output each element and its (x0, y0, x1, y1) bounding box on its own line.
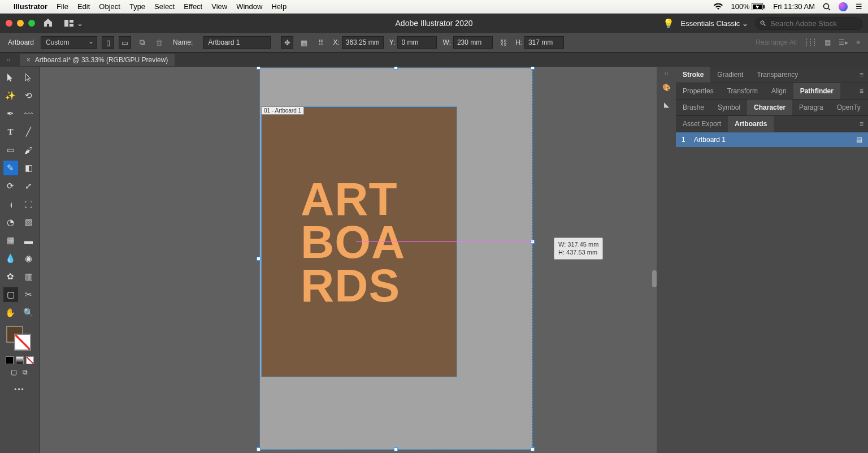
tab-properties[interactable]: Properties (676, 83, 721, 99)
link-wh-button[interactable]: ⛓ (497, 36, 510, 49)
landscape-orientation-button[interactable]: ▭ (119, 36, 131, 49)
siri-icon[interactable] (839, 2, 848, 11)
scale-tool[interactable]: ⤢ (21, 179, 36, 193)
menu-view[interactable]: View (211, 2, 227, 11)
stroke-swatch[interactable] (14, 334, 31, 351)
tab-asset-export[interactable]: Asset Export (676, 116, 728, 132)
screen-mode-full[interactable]: ⧉ (21, 368, 30, 377)
artboard-resize-bounds[interactable] (259, 68, 533, 450)
selection-tool[interactable] (3, 70, 18, 85)
arrange-documents-button[interactable]: ⌄ (61, 18, 86, 29)
close-tab-button[interactable]: × (27, 56, 31, 64)
resize-handle-nw[interactable] (257, 67, 261, 70)
panel-menu-icon[interactable]: ≡ (855, 87, 868, 95)
minimize-window-button[interactable] (17, 20, 24, 27)
resize-handle-s[interactable] (394, 447, 398, 451)
canvas[interactable]: 01 - Artboard 1 ART BOA RDS W: 317.45 mm… (40, 67, 657, 453)
menu-object[interactable]: Object (99, 2, 120, 11)
rearrange-all-button[interactable]: Rearrange All (756, 38, 797, 46)
artboard-options-button[interactable]: ▦ (298, 36, 310, 49)
shape-builder-tool[interactable]: ◔ (3, 215, 18, 230)
menu-window[interactable]: Window (236, 2, 262, 11)
mesh-tool[interactable]: ▦ (3, 233, 18, 248)
line-tool[interactable]: ╱ (21, 124, 36, 139)
clock[interactable]: Fri 11:30 AM (773, 2, 815, 11)
edit-toolbar-button[interactable]: ••• (14, 386, 25, 394)
tab-pathfinder[interactable]: Pathfinder (793, 83, 840, 99)
tab-artboards[interactable]: Artboards (728, 116, 774, 132)
width-tool[interactable]: ⫞ (3, 197, 18, 212)
x-input[interactable]: 363.25 mm (342, 36, 384, 49)
lasso-tool[interactable]: ⟲ (21, 88, 36, 103)
menu-file[interactable]: File (57, 2, 68, 11)
delete-artboard-button[interactable]: 🗑 (153, 36, 165, 49)
workspace-switcher[interactable]: Essentials Classic ⌄ (681, 19, 748, 28)
tab-stroke[interactable]: Stroke (676, 67, 710, 83)
maximize-window-button[interactable] (28, 20, 35, 27)
artboard-options-icon[interactable]: ▤ (856, 136, 862, 144)
tab-gradient[interactable]: Gradient (710, 67, 750, 83)
resize-handle-n[interactable] (394, 67, 398, 70)
reference-point-button[interactable]: ⠿ (315, 36, 327, 49)
app-name[interactable]: Illustrator (14, 2, 47, 11)
menu-edit[interactable]: Effect (184, 2, 202, 11)
h-input[interactable]: 317 mm (524, 36, 564, 49)
color-mode-button[interactable] (6, 356, 14, 364)
wifi-icon[interactable] (714, 3, 723, 10)
vertical-scrollbar[interactable] (652, 270, 657, 287)
notification-center-icon[interactable]: ☰ (856, 2, 862, 11)
menu-help[interactable]: Help (271, 2, 287, 11)
eraser-tool[interactable]: ◧ (21, 161, 36, 175)
zoom-tool[interactable]: 🔍 (21, 305, 36, 320)
type-tool[interactable]: T (3, 124, 18, 139)
tab-character[interactable]: Character (747, 100, 792, 115)
move-artwork-toggle[interactable]: ✥ (281, 36, 293, 49)
column-graph-tool[interactable]: ▥ (21, 269, 36, 284)
portrait-orientation-button[interactable]: ▯ (102, 36, 114, 49)
direct-selection-tool[interactable] (21, 70, 36, 85)
artboard-name-input[interactable]: Artboard 1 (203, 36, 271, 49)
fill-stroke-swatches[interactable] (4, 326, 36, 353)
resize-handle-ne[interactable] (531, 67, 535, 70)
symbol-sprayer-tool[interactable]: ✿ (3, 269, 18, 284)
curvature-tool[interactable]: 〰 (21, 106, 36, 121)
y-input[interactable]: 0 mm (397, 36, 437, 49)
tab-transform[interactable]: Transform (721, 83, 765, 99)
screen-mode-normal[interactable]: ▢ (10, 368, 19, 377)
pen-tool[interactable]: ✒ (3, 106, 18, 121)
gradient-tool[interactable]: ▬ (21, 233, 36, 248)
menu-edit[interactable]: Edit (77, 2, 90, 11)
search-adobe-stock-input[interactable]: 🔍︎ Search Adobe Stock (755, 17, 862, 30)
tab-align[interactable]: Align (765, 83, 793, 99)
resize-handle-se[interactable] (531, 447, 535, 451)
align-options-button[interactable]: ┊┊┊ (805, 38, 817, 46)
magic-wand-tool[interactable]: ✨ (3, 88, 18, 103)
color-panel-icon[interactable]: 🎨 (661, 82, 672, 93)
gradient-mode-button[interactable] (16, 356, 24, 364)
spotlight-icon[interactable] (823, 3, 831, 11)
panel-layout-2-button[interactable]: ☰▸ (839, 38, 848, 46)
close-window-button[interactable] (6, 20, 12, 27)
rectangle-tool[interactable]: ▭ (3, 143, 18, 157)
document-tab[interactable]: × Artboard.ai* @ 33.33% (RGB/GPU Preview… (20, 54, 175, 66)
artboard-list-item[interactable]: 1 Artboard 1 ▤ (676, 132, 868, 147)
color-guide-panel-icon[interactable]: ◣ (661, 99, 672, 110)
learn-button[interactable]: 💡 (663, 18, 674, 29)
panel-menu-icon[interactable]: ≡ (855, 71, 868, 79)
battery-status[interactable]: 100% (731, 2, 765, 11)
tab-opentype[interactable]: OpenTy (830, 100, 867, 115)
perspective-grid-tool[interactable]: ▨ (21, 215, 36, 230)
none-mode-button[interactable] (26, 356, 34, 364)
tab-brushes[interactable]: Brushe (676, 100, 711, 115)
home-button[interactable] (43, 18, 53, 29)
shaper-tool[interactable]: ✎ (3, 161, 18, 175)
rotate-tool[interactable]: ⟳ (3, 179, 18, 193)
panel-layout-button[interactable]: ▦ (824, 38, 831, 46)
hand-tool[interactable]: ✋ (3, 305, 18, 320)
w-input[interactable]: 230 mm (453, 36, 493, 49)
paintbrush-tool[interactable]: 🖌 (21, 143, 36, 157)
menu-type[interactable]: Type (129, 2, 145, 11)
resize-handle-sw[interactable] (257, 447, 261, 451)
tab-paragraph[interactable]: Paragra (792, 100, 830, 115)
tab-symbols[interactable]: Symbol (711, 100, 747, 115)
